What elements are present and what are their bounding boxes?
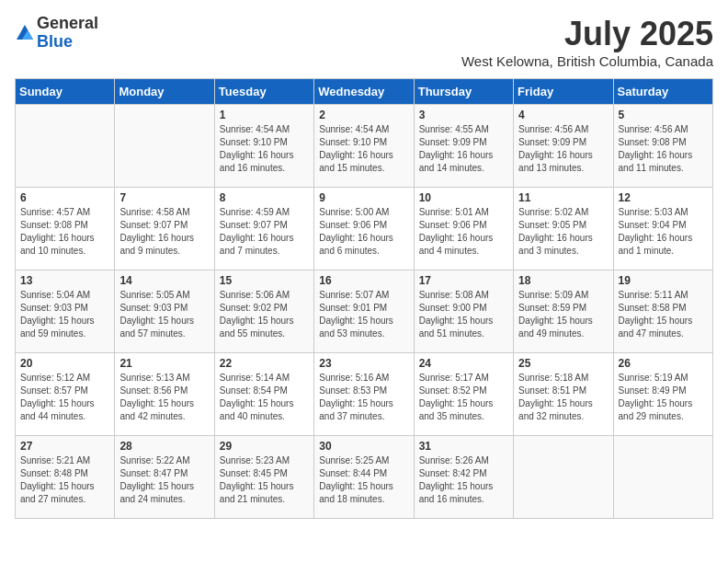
day-number: 24 — [419, 357, 508, 370]
calendar-cell: 2Sunrise: 4:54 AM Sunset: 9:10 PM Daylig… — [314, 105, 414, 188]
calendar-cell: 14Sunrise: 5:05 AM Sunset: 9:03 PM Dayli… — [115, 270, 214, 353]
calendar-cell: 24Sunrise: 5:17 AM Sunset: 8:52 PM Dayli… — [414, 353, 513, 436]
day-number: 6 — [20, 191, 109, 204]
day-number: 14 — [119, 274, 209, 287]
day-info: Sunrise: 4:57 AM Sunset: 9:08 PM Dayligh… — [20, 206, 109, 258]
day-number: 7 — [119, 191, 209, 204]
calendar-cell: 4Sunrise: 4:56 AM Sunset: 9:09 PM Daylig… — [514, 105, 613, 188]
calendar-cell: 8Sunrise: 4:59 AM Sunset: 9:07 PM Daylig… — [214, 188, 313, 270]
day-number: 4 — [518, 109, 608, 121]
day-info: Sunrise: 5:22 AM Sunset: 8:47 PM Dayligh… — [119, 454, 209, 506]
week-row-3: 13Sunrise: 5:04 AM Sunset: 9:03 PM Dayli… — [16, 270, 713, 353]
day-info: Sunrise: 5:06 AM Sunset: 9:02 PM Dayligh… — [220, 289, 309, 340]
week-row-5: 27Sunrise: 5:21 AM Sunset: 8:48 PM Dayli… — [16, 436, 713, 519]
calendar-cell — [16, 105, 115, 188]
calendar-cell: 21Sunrise: 5:13 AM Sunset: 8:56 PM Dayli… — [115, 353, 214, 436]
day-number: 29 — [220, 440, 309, 453]
calendar-cell: 1Sunrise: 4:54 AM Sunset: 9:10 PM Daylig… — [214, 105, 313, 188]
day-number: 20 — [20, 357, 109, 370]
calendar-cell: 9Sunrise: 5:00 AM Sunset: 9:06 PM Daylig… — [314, 188, 414, 270]
weekday-header-monday: Monday — [115, 79, 214, 105]
calendar-cell — [613, 436, 712, 519]
day-info: Sunrise: 5:02 AM Sunset: 9:05 PM Dayligh… — [518, 206, 608, 258]
day-number: 5 — [619, 109, 708, 121]
day-number: 10 — [419, 191, 508, 204]
calendar-cell: 30Sunrise: 5:25 AM Sunset: 8:44 PM Dayli… — [314, 436, 414, 519]
calendar-table: SundayMondayTuesdayWednesdayThursdayFrid… — [15, 78, 713, 519]
calendar-cell: 3Sunrise: 4:55 AM Sunset: 9:09 PM Daylig… — [414, 105, 513, 188]
day-info: Sunrise: 5:25 AM Sunset: 8:44 PM Dayligh… — [319, 454, 408, 506]
day-number: 18 — [518, 274, 608, 287]
weekday-header-sunday: Sunday — [16, 79, 115, 105]
day-info: Sunrise: 5:17 AM Sunset: 8:52 PM Dayligh… — [419, 372, 508, 423]
day-number: 3 — [419, 109, 508, 121]
day-number: 1 — [220, 109, 309, 121]
day-info: Sunrise: 5:09 AM Sunset: 8:59 PM Dayligh… — [518, 289, 608, 340]
day-info: Sunrise: 4:56 AM Sunset: 9:08 PM Dayligh… — [619, 123, 708, 175]
calendar-cell: 11Sunrise: 5:02 AM Sunset: 9:05 PM Dayli… — [514, 188, 613, 270]
week-row-4: 20Sunrise: 5:12 AM Sunset: 8:57 PM Dayli… — [16, 353, 713, 436]
weekday-header-row: SundayMondayTuesdayWednesdayThursdayFrid… — [16, 79, 713, 105]
page-header: General Blue July 2025 West Kelowna, Bri… — [15, 15, 713, 69]
calendar-cell — [514, 436, 613, 519]
logo-icon — [15, 23, 35, 43]
day-number: 13 — [20, 274, 109, 287]
calendar-cell: 7Sunrise: 4:58 AM Sunset: 9:07 PM Daylig… — [115, 188, 214, 270]
calendar-cell: 17Sunrise: 5:08 AM Sunset: 9:00 PM Dayli… — [414, 270, 513, 353]
day-info: Sunrise: 5:04 AM Sunset: 9:03 PM Dayligh… — [20, 289, 109, 340]
day-number: 21 — [119, 357, 209, 370]
day-number: 12 — [619, 191, 708, 204]
day-number: 19 — [619, 274, 708, 287]
weekday-header-friday: Friday — [514, 79, 613, 105]
day-number: 23 — [319, 357, 408, 370]
calendar-cell: 23Sunrise: 5:16 AM Sunset: 8:53 PM Dayli… — [314, 353, 414, 436]
day-info: Sunrise: 5:16 AM Sunset: 8:53 PM Dayligh… — [319, 372, 408, 423]
calendar-cell: 31Sunrise: 5:26 AM Sunset: 8:42 PM Dayli… — [414, 436, 513, 519]
day-info: Sunrise: 5:18 AM Sunset: 8:51 PM Dayligh… — [518, 372, 608, 423]
day-info: Sunrise: 5:01 AM Sunset: 9:06 PM Dayligh… — [419, 206, 508, 258]
calendar-cell: 27Sunrise: 5:21 AM Sunset: 8:48 PM Dayli… — [16, 436, 115, 519]
day-info: Sunrise: 5:11 AM Sunset: 8:58 PM Dayligh… — [619, 289, 708, 340]
day-info: Sunrise: 5:05 AM Sunset: 9:03 PM Dayligh… — [119, 289, 209, 340]
day-info: Sunrise: 5:19 AM Sunset: 8:49 PM Dayligh… — [619, 372, 708, 423]
day-number: 22 — [220, 357, 309, 370]
day-info: Sunrise: 5:00 AM Sunset: 9:06 PM Dayligh… — [319, 206, 408, 258]
day-info: Sunrise: 5:26 AM Sunset: 8:42 PM Dayligh… — [419, 454, 508, 506]
day-number: 25 — [518, 357, 608, 370]
day-info: Sunrise: 4:56 AM Sunset: 9:09 PM Dayligh… — [518, 123, 608, 175]
day-number: 15 — [220, 274, 309, 287]
title-block: July 2025 West Kelowna, British Columbia… — [461, 15, 713, 69]
calendar-cell: 18Sunrise: 5:09 AM Sunset: 8:59 PM Dayli… — [514, 270, 613, 353]
calendar-cell: 6Sunrise: 4:57 AM Sunset: 9:08 PM Daylig… — [16, 188, 115, 270]
logo: General Blue — [15, 15, 98, 52]
day-number: 28 — [119, 440, 209, 453]
logo-general-text: General — [37, 15, 98, 33]
month-title: July 2025 — [461, 15, 713, 53]
day-info: Sunrise: 5:12 AM Sunset: 8:57 PM Dayligh… — [20, 372, 109, 423]
weekday-header-saturday: Saturday — [613, 79, 712, 105]
day-info: Sunrise: 5:23 AM Sunset: 8:45 PM Dayligh… — [220, 454, 309, 506]
calendar-cell: 15Sunrise: 5:06 AM Sunset: 9:02 PM Dayli… — [214, 270, 313, 353]
day-info: Sunrise: 4:54 AM Sunset: 9:10 PM Dayligh… — [319, 123, 408, 175]
day-info: Sunrise: 4:54 AM Sunset: 9:10 PM Dayligh… — [220, 123, 309, 175]
day-info: Sunrise: 4:58 AM Sunset: 9:07 PM Dayligh… — [119, 206, 209, 258]
day-info: Sunrise: 5:03 AM Sunset: 9:04 PM Dayligh… — [619, 206, 708, 258]
day-number: 11 — [518, 191, 608, 204]
calendar-cell: 13Sunrise: 5:04 AM Sunset: 9:03 PM Dayli… — [16, 270, 115, 353]
day-info: Sunrise: 4:55 AM Sunset: 9:09 PM Dayligh… — [419, 123, 508, 175]
day-info: Sunrise: 5:13 AM Sunset: 8:56 PM Dayligh… — [119, 372, 209, 423]
calendar-cell — [115, 105, 214, 188]
calendar-cell: 22Sunrise: 5:14 AM Sunset: 8:54 PM Dayli… — [214, 353, 313, 436]
weekday-header-wednesday: Wednesday — [314, 79, 414, 105]
day-number: 2 — [319, 109, 408, 121]
day-info: Sunrise: 4:59 AM Sunset: 9:07 PM Dayligh… — [220, 206, 309, 258]
calendar-cell: 25Sunrise: 5:18 AM Sunset: 8:51 PM Dayli… — [514, 353, 613, 436]
day-number: 9 — [319, 191, 408, 204]
calendar-cell: 10Sunrise: 5:01 AM Sunset: 9:06 PM Dayli… — [414, 188, 513, 270]
weekday-header-tuesday: Tuesday — [214, 79, 313, 105]
day-number: 27 — [20, 440, 109, 453]
calendar-cell: 28Sunrise: 5:22 AM Sunset: 8:47 PM Dayli… — [115, 436, 214, 519]
day-info: Sunrise: 5:08 AM Sunset: 9:00 PM Dayligh… — [419, 289, 508, 340]
day-number: 30 — [319, 440, 408, 453]
day-info: Sunrise: 5:14 AM Sunset: 8:54 PM Dayligh… — [220, 372, 309, 423]
